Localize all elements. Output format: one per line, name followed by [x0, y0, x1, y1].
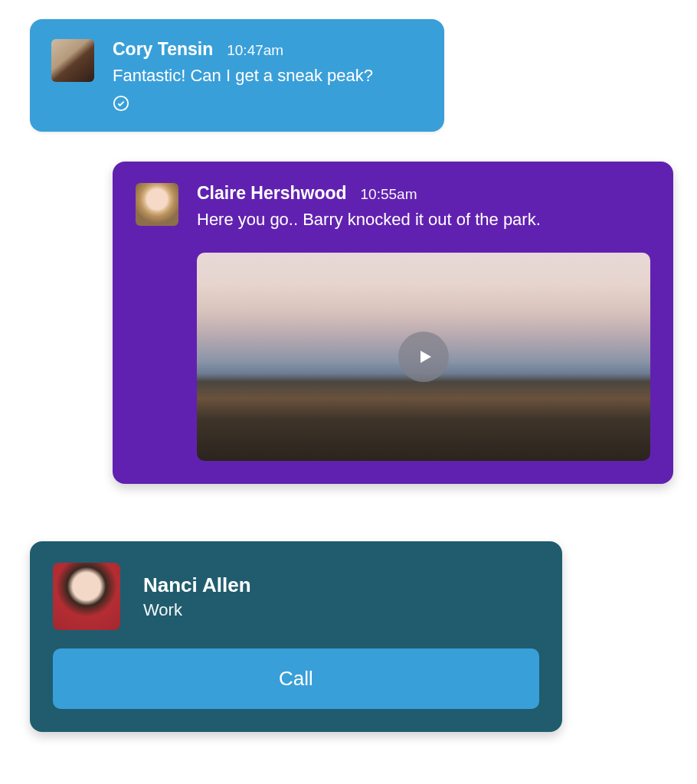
contact-row: Nanci Allen Work	[53, 563, 539, 630]
message-body: Claire Hershwood 10:55am Here you go.. B…	[197, 183, 650, 239]
sender-name: Claire Hershwood	[197, 183, 347, 204]
contact-info: Nanci Allen Work	[143, 573, 251, 620]
avatar[interactable]	[136, 183, 178, 226]
timestamp: 10:55am	[361, 186, 417, 203]
sender-name: Cory Tensin	[113, 39, 213, 60]
contact-name: Nanci Allen	[143, 573, 251, 597]
message-card-cory: Cory Tensin 10:47am Fantastic! Can I get…	[30, 19, 444, 132]
contact-card: Nanci Allen Work Call	[30, 541, 562, 732]
video-attachment[interactable]	[197, 253, 650, 461]
message-body: Cory Tensin 10:47am Fantastic! Can I get…	[113, 39, 423, 115]
message-text: Here you go.. Barry knocked it out of th…	[197, 208, 650, 231]
contact-subtitle: Work	[143, 600, 251, 620]
play-icon[interactable]	[398, 332, 449, 382]
message-text: Fantastic! Can I get a sneak peak?	[113, 64, 423, 87]
delivered-check-icon	[113, 95, 129, 112]
avatar[interactable]	[53, 563, 120, 630]
avatar[interactable]	[51, 39, 94, 82]
message-header: Claire Hershwood 10:55am	[197, 183, 650, 204]
message-header: Cory Tensin 10:47am	[113, 39, 423, 60]
timestamp: 10:47am	[227, 42, 283, 59]
message-card-claire: Claire Hershwood 10:55am Here you go.. B…	[113, 162, 673, 484]
call-button[interactable]: Call	[53, 648, 539, 709]
svg-point-0	[114, 96, 128, 110]
